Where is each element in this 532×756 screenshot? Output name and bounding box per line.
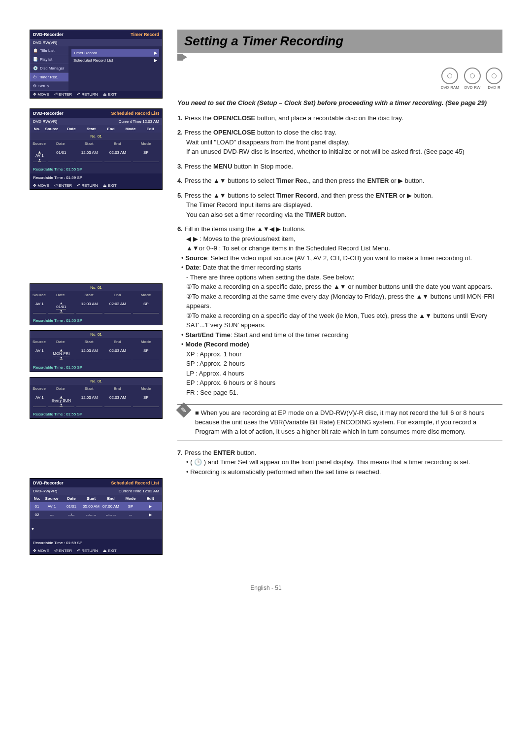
step-7: 7. Press the ENTER button. • ( 🕒 ) and T… xyxy=(177,448,502,477)
step-1: 1. Press the OPEN/CLOSE button, and plac… xyxy=(177,113,502,123)
panel-footer: ✥ MOVE ⏎ ENTER ↶ RETURN ⏏ EXIT xyxy=(30,91,162,98)
step-6: 6. Fill in the items using the ▲▼◀ ▶ but… xyxy=(177,224,502,397)
page-footer: English - 51 xyxy=(30,584,502,591)
page-title: Setting a Timer Recording xyxy=(184,34,496,49)
screenshot-date-monfri: No. 01 SourceDateStartEndMode AV 1 ▲MON-… xyxy=(30,330,163,372)
step-2: 2. Press the OPEN/CLOSE button to close … xyxy=(177,128,502,157)
step-4: 4. Press the ▲▼ buttons to select Timer … xyxy=(177,176,502,186)
screenshot-menu-timer-record: DVD-Recorder Timer Record DVD-RW(VR) 📋Ti… xyxy=(30,30,163,99)
disc-icon xyxy=(464,68,481,84)
note-icon: ✎ xyxy=(176,403,191,418)
submenu: Timer Record▶ Scheduled Record List▶ xyxy=(68,46,162,91)
screenshot-date-specific: No. 01 SourceDateStartEndMode AV 1 ▲01/0… xyxy=(30,283,163,325)
panel-subtitle: Timer Record xyxy=(131,32,159,37)
flow-arrow-icon xyxy=(182,54,187,60)
disc-type: DVD-RW(VR) xyxy=(33,40,57,45)
screenshot-scheduled-list-filled: DVD-Recorder Scheduled Record List DVD-R… xyxy=(30,478,163,555)
step-5: 5. Press the ▲▼ buttons to select Timer … xyxy=(177,191,502,220)
disc-icon xyxy=(441,68,458,84)
compatible-discs: DVD-RAM DVD-RW DVD-R xyxy=(177,68,502,90)
instruction-steps: 1. Press the OPEN/CLOSE button, and plac… xyxy=(177,113,502,477)
panel-title: DVD-Recorder xyxy=(33,32,64,37)
screenshot-scheduled-list-edit: DVD-Recorder Scheduled Record List DVD-R… xyxy=(30,108,163,190)
intro-note: You need to set the Clock (Setup – Clock… xyxy=(177,99,502,107)
note-box: ✎ ■ When you are recording at EP mode on… xyxy=(177,404,502,441)
page-title-bar: Setting a Timer Recording xyxy=(177,30,502,53)
disc-icon xyxy=(486,68,502,84)
menu-sidebar: 📋Title List 📑Playlist 💿Disc Manager ⏱Tim… xyxy=(30,46,68,91)
screenshot-date-everysun: No. 01 SourceDateStartEndMode AV 1 ▲Ever… xyxy=(30,377,163,419)
step-3: 3. Press the MENU button in Stop mode. xyxy=(177,162,502,172)
